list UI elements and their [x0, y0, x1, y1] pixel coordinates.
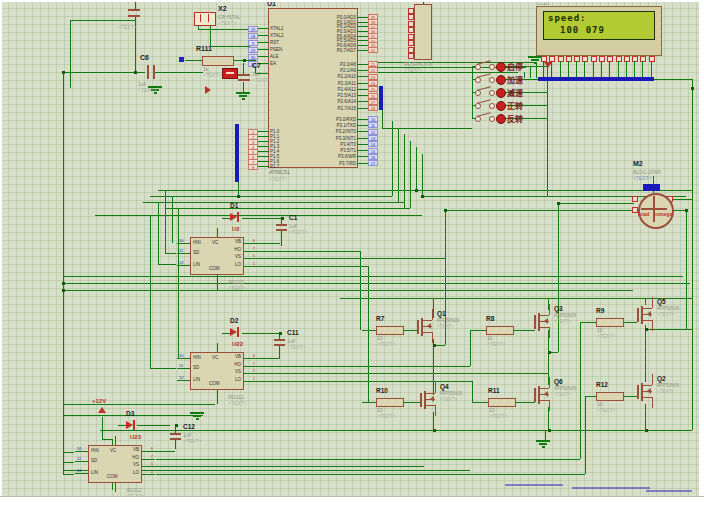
- diode[interactable]: D2: [228, 320, 250, 338]
- lcd-pin-wire: [593, 61, 594, 77]
- lcd-pin[interactable]: [631, 56, 639, 78]
- pin-number: 25: [368, 86, 378, 92]
- bus-mark: [646, 490, 692, 492]
- mosfet[interactable]: Q1 RFP50N06 <TEXT>: [413, 315, 483, 349]
- wire: [63, 72, 64, 474]
- pin-row[interactable]: P2.7/A15 28: [306, 105, 378, 111]
- push-button[interactable]: 正转: [468, 99, 538, 112]
- lcd-pin[interactable]: [557, 56, 565, 78]
- gate-driver-chip[interactable]: U22 HIN SD LIN VC COM VB HO VS LO 10 11 …: [190, 352, 244, 390]
- gate-driver-chip[interactable]: U23 HIN SD LIN VC COM VB HO VS LO 10 11 …: [88, 445, 142, 483]
- resistor-note: <TEXT>: [203, 72, 222, 78]
- pin-number: 11: [368, 122, 378, 128]
- pin-name: P3.1/TXD: [306, 123, 357, 128]
- schematic-canvas[interactable]: U1 AT89C51 <TEXT> 19 XTAL1 18 XTAL2 9 RS…: [0, 0, 704, 506]
- resistor-body: [596, 392, 624, 401]
- lcd-pin[interactable]: [565, 56, 573, 78]
- pin-vb: VB: [235, 354, 241, 359]
- resistor[interactable]: R12 10 <TEXT>: [596, 392, 636, 422]
- bldc-motor[interactable]: M2 BLDC-STAR <TEXT> load omega: [630, 160, 680, 230]
- pin-stub: [258, 146, 269, 147]
- lcd-pin[interactable]: [606, 56, 614, 78]
- lcd-pin[interactable]: [648, 56, 656, 78]
- mosfet[interactable]: Q5 RFP50N06 <TEXT>: [633, 303, 703, 337]
- wire: [243, 63, 244, 74]
- push-button[interactable]: 反转: [468, 112, 538, 125]
- capacitor[interactable]: C12 1uF <TEXT>: [170, 425, 210, 451]
- stub: [142, 474, 155, 475]
- pin-row[interactable]: P3.7/RD 17: [306, 160, 378, 166]
- mosfet-arrow: [541, 318, 548, 324]
- stub: [177, 358, 190, 359]
- wire: [156, 459, 580, 460]
- pin-name: P2.2/A10: [306, 74, 357, 79]
- pin-row[interactable]: 30 ALE: [248, 53, 308, 60]
- wire: [165, 253, 176, 254]
- stub: [142, 466, 155, 467]
- wire: [362, 402, 376, 403]
- mosfet[interactable]: Q3 RFP50N06 <TEXT>: [530, 310, 600, 344]
- lcd-pin-pad: [558, 56, 564, 62]
- stub: [115, 436, 116, 445]
- mosfet[interactable]: Q6 RFP50N06 <TEXT>: [530, 383, 600, 417]
- driver-ref: U23: [130, 434, 141, 440]
- diode[interactable]: D1: [228, 205, 250, 223]
- push-button[interactable]: 启停: [468, 60, 538, 73]
- reset-component[interactable]: [222, 68, 238, 79]
- mcu-chip-u1[interactable]: U1 AT89C51 <TEXT> 19 XTAL1 18 XTAL2 9 RS…: [268, 8, 358, 168]
- crystal-component[interactable]: X2 CRYSTAL <TEXT>: [194, 10, 264, 40]
- lcd-pin-pad: [582, 56, 588, 62]
- mosfet[interactable]: Q2 RFP50N06 <TEXT>: [633, 380, 703, 414]
- lcd-pin-name: [607, 40, 615, 53]
- pin-stub: [357, 150, 368, 151]
- resistor[interactable]: R7 10 <TEXT>: [376, 326, 416, 356]
- wire: [102, 417, 103, 439]
- mosfet[interactable]: Q4 RFP50N06 <TEXT>: [416, 388, 486, 422]
- pin-name: P0.7/AD7: [306, 48, 357, 53]
- lcd-line1: speed:: [548, 13, 587, 23]
- pin-num: 12: [179, 260, 183, 265]
- respack-component[interactable]: RESPACK-8 <TEXT>: [414, 2, 444, 72]
- gate-driver-chip[interactable]: U2 HIN SD LIN VC COM VB HO VS LO 10 11 1…: [190, 237, 244, 275]
- resistor-body: [488, 398, 516, 407]
- resistor[interactable]: R9 10 <TEXT>: [596, 318, 636, 348]
- wire: [63, 72, 145, 73]
- push-button[interactable]: 加速: [468, 73, 538, 86]
- resistor[interactable]: R11 10 <TEXT>: [488, 398, 528, 428]
- lcd-pin[interactable]: [623, 56, 631, 78]
- pin-row[interactable]: 8 P1.7: [248, 164, 308, 169]
- button-terminal-right: [489, 116, 495, 122]
- pin-stub: [357, 138, 368, 139]
- lcd-pin[interactable]: [615, 56, 623, 78]
- lcd-pin[interactable]: [639, 56, 647, 78]
- lcd-pin[interactable]: [573, 56, 581, 78]
- junction-dot: [62, 289, 65, 292]
- lcd-pin[interactable]: [590, 56, 598, 78]
- lcd-module[interactable]: LCD1 speed: 100 079: [536, 6, 662, 56]
- capacitor[interactable]: C1 1uF <TEXT>: [276, 216, 316, 242]
- resistor-note: <TEXT>: [597, 333, 616, 339]
- stub: [244, 381, 257, 382]
- resistor[interactable]: R8 10 <TEXT>: [486, 326, 526, 356]
- pin-name: P3.5/T1: [306, 148, 357, 153]
- mcu-part: AT89C51: [269, 169, 290, 175]
- pin-row[interactable]: P0.7/AD7 32: [306, 48, 378, 53]
- pin-stub: [258, 131, 269, 132]
- mcu-pins-p3: P3.0/RXD 10 P3.1/TXD 11 P3.2/INT0 12 P3.…: [306, 116, 378, 166]
- probe-marker: [179, 57, 184, 62]
- resistor[interactable]: R10 10 <TEXT>: [376, 398, 416, 428]
- lcd-pin[interactable]: [598, 56, 606, 78]
- mosfet-symbol: [633, 303, 655, 327]
- push-button[interactable]: 减速: [468, 86, 538, 99]
- pin-row[interactable]: 9 RST: [248, 39, 308, 46]
- button-label: 减速: [507, 87, 523, 98]
- diode[interactable]: D3: [124, 413, 146, 431]
- mosfet-symbol: [416, 388, 438, 412]
- pin-row[interactable]: 29 PSEN: [248, 46, 308, 53]
- lcd-pin[interactable]: [581, 56, 589, 78]
- capacitor[interactable]: C11 1uF <TEXT>: [274, 331, 314, 357]
- motor-ref: M2: [633, 160, 643, 167]
- pin-stub: [357, 95, 368, 96]
- wire: [398, 128, 399, 202]
- button-terminal-left: [475, 90, 481, 96]
